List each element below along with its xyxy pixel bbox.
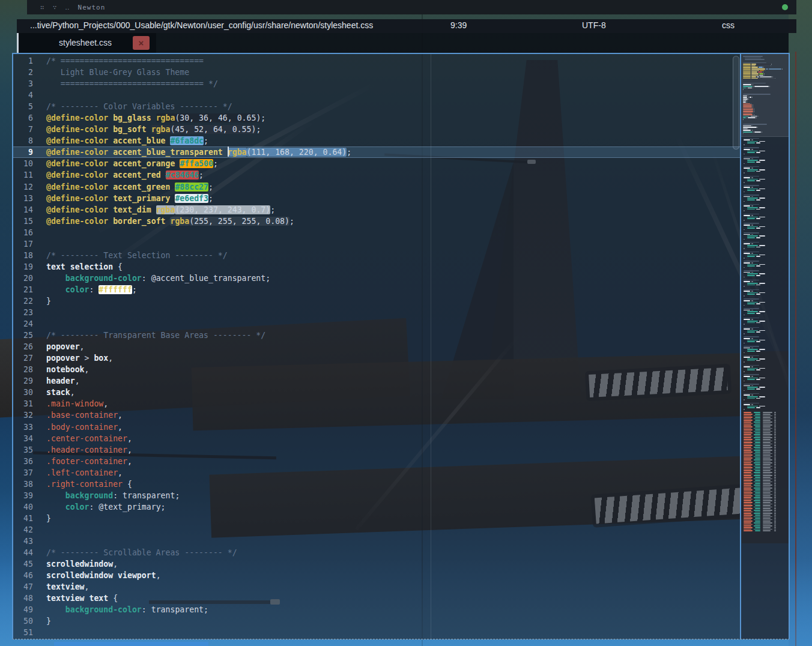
line-number[interactable]: 8: [13, 135, 33, 146]
code-line: background-color: transparent;: [46, 604, 351, 615]
line-number[interactable]: 39: [13, 490, 33, 501]
line-number[interactable]: 22: [13, 295, 33, 307]
tab-bar: stylesheet.css ×: [17, 33, 789, 53]
line-number[interactable]: 50: [13, 615, 33, 627]
code-token: ;: [204, 136, 208, 145]
line-number[interactable]: 7: [13, 124, 33, 135]
line-number[interactable]: 34: [13, 433, 33, 444]
line-number[interactable]: 2: [13, 67, 33, 78]
color-preview-token: rgba: [156, 205, 175, 214]
line-number[interactable]: 3: [13, 78, 33, 89]
line-number[interactable]: 5: [13, 101, 33, 112]
line-number[interactable]: 18: [13, 250, 33, 261]
color-preview-token: rgba: [170, 217, 189, 226]
code-token: @define-color: [46, 183, 108, 192]
line-number[interactable]: 10: [13, 158, 33, 169]
code-token: ,: [118, 423, 123, 432]
language-indicator[interactable]: css: [722, 20, 735, 30]
window-titlebar[interactable]: ∷ ∵ ‥ Newton: [27, 0, 796, 14]
line-number[interactable]: 45: [13, 558, 33, 570]
line-number[interactable]: 44: [13, 547, 33, 558]
line-number[interactable]: 23: [13, 307, 33, 318]
line-number[interactable]: 12: [13, 181, 33, 193]
line-number[interactable]: 29: [13, 375, 33, 387]
color-preview-token: (111, 168, 220, 0.64): [247, 148, 347, 157]
code-token: :: [113, 491, 123, 500]
line-number[interactable]: 38: [13, 478, 33, 490]
line-number[interactable]: 13: [13, 193, 33, 204]
code-token: }: [46, 617, 51, 626]
code-area[interactable]: /* ============================== Light …: [46, 55, 351, 639]
code-line: /* -------- Transparent Base Areas -----…: [46, 330, 351, 341]
line-number-gutter[interactable]: 1234567891011121314151617181920212223242…: [13, 55, 33, 639]
line-number[interactable]: 21: [13, 284, 33, 295]
tab-close-button[interactable]: ×: [133, 36, 150, 50]
code-token: @define-color: [46, 205, 108, 214]
line-number[interactable]: 49: [13, 604, 33, 615]
line-number[interactable]: 26: [13, 341, 33, 352]
code-token: ;: [289, 217, 294, 226]
line-number[interactable]: 17: [13, 238, 33, 250]
line-number[interactable]: 41: [13, 513, 33, 524]
line-number[interactable]: 40: [13, 501, 33, 513]
horizontal-scrollbar-thumb[interactable]: [54, 642, 208, 646]
code-line: [46, 318, 351, 330]
line-number[interactable]: 1: [13, 55, 33, 67]
code-token: ;: [265, 274, 270, 283]
line-number[interactable]: 42: [13, 524, 33, 536]
line-number[interactable]: 25: [13, 330, 33, 341]
code-line: .center-container,: [46, 433, 351, 444]
line-number[interactable]: 6: [13, 112, 33, 124]
line-number[interactable]: 51: [13, 627, 33, 638]
line-number[interactable]: 47: [13, 581, 33, 593]
code-token: ,: [118, 468, 123, 477]
line-number[interactable]: 4: [13, 89, 33, 101]
code-token: @define-color: [46, 136, 108, 145]
vertical-scrollbar-thumb[interactable]: [733, 56, 739, 149]
line-number[interactable]: 9: [13, 146, 33, 158]
code-token: :: [89, 285, 98, 294]
workspace-dots-icon: ∷: [40, 4, 44, 11]
line-number[interactable]: 36: [13, 456, 33, 467]
code-token: ;: [213, 159, 218, 168]
color-preview-token: #88cc27: [175, 183, 208, 192]
line-number[interactable]: 28: [13, 364, 33, 375]
code-token: ,: [85, 582, 89, 591]
line-number[interactable]: 46: [13, 570, 33, 581]
line-number[interactable]: 14: [13, 204, 33, 216]
color-preview-token: #6fa8dc: [170, 136, 204, 145]
code-token: .main-window: [46, 399, 103, 408]
code-line: .main-window,: [46, 398, 351, 409]
encoding-indicator[interactable]: UTF-8: [582, 20, 606, 30]
line-number[interactable]: 35: [13, 444, 33, 456]
tab-stylesheet[interactable]: stylesheet.css ×: [17, 33, 156, 53]
line-number[interactable]: 32: [13, 409, 33, 421]
code-line: .body-container,: [46, 421, 351, 433]
code-line: @define-color bg_glass rgba(30, 36, 46, …: [46, 112, 351, 124]
code-token: [46, 491, 65, 500]
line-number[interactable]: 16: [13, 227, 33, 238]
code-line: @define-color accent_orange #ffa500;: [46, 158, 351, 169]
line-number[interactable]: 19: [13, 261, 33, 273]
minimap[interactable]: [741, 54, 789, 639]
status-dot-icon[interactable]: [782, 4, 788, 10]
line-number[interactable]: 20: [13, 273, 33, 284]
line-number[interactable]: 24: [13, 318, 33, 330]
code-token: {: [108, 594, 118, 603]
code-token: border_soft: [113, 217, 165, 226]
line-number[interactable]: 31: [13, 398, 33, 409]
color-preview-token: rgba: [156, 113, 175, 122]
line-number[interactable]: 27: [13, 352, 33, 364]
line-number[interactable]: 33: [13, 421, 33, 433]
line-number[interactable]: 15: [13, 216, 33, 227]
line-number[interactable]: 30: [13, 387, 33, 398]
line-number[interactable]: 43: [13, 536, 33, 547]
code-token: ,: [85, 365, 89, 374]
line-number[interactable]: 11: [13, 169, 33, 181]
line-number[interactable]: 48: [13, 593, 33, 604]
code-token: scrolledwindow viewport: [46, 571, 156, 580]
line-number[interactable]: 37: [13, 467, 33, 478]
code-token: accent_red: [113, 171, 160, 180]
line-number[interactable]: 52: [13, 638, 33, 639]
color-preview-token: rgba: [151, 125, 171, 134]
